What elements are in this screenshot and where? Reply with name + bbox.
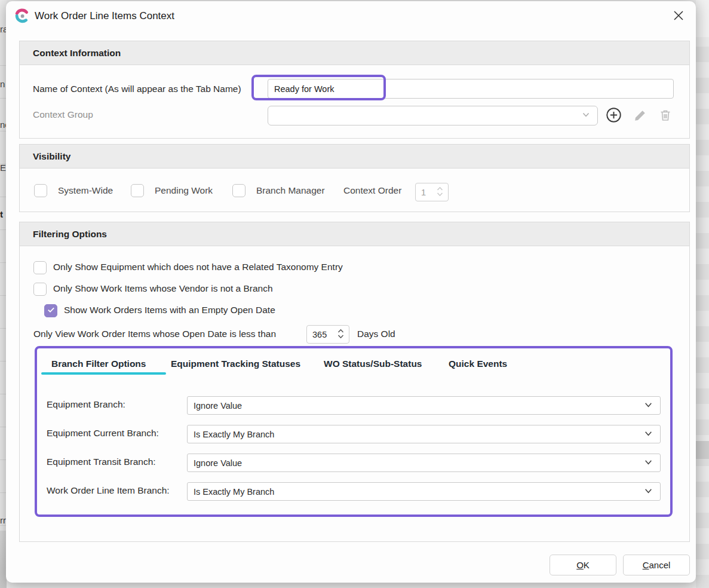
- close-button[interactable]: [668, 6, 689, 27]
- background-right-selected-row: [696, 441, 709, 459]
- active-tab-underline: [41, 372, 166, 375]
- work-order-line-item-branch-dropdown[interactable]: Is Exactly My Branch: [187, 482, 661, 501]
- days-old-prefix-label: Only View Work Order Items whose Open Da…: [33, 329, 276, 339]
- ok-button-text: K: [584, 560, 590, 570]
- filtering-options-group: Filtering Options Only Show Equipment wh…: [19, 222, 690, 542]
- equipment-branch-dropdown[interactable]: Ignore Value: [187, 396, 661, 415]
- ok-button-accesskey: O: [576, 560, 584, 570]
- background-right-top: [696, 0, 709, 37]
- no-taxonomy-checkbox[interactable]: [33, 261, 47, 274]
- tab-quick-events[interactable]: Quick Events: [449, 359, 507, 369]
- dialog-title: Work Order Line Items Context: [35, 10, 174, 22]
- branch-manager-label: Branch Manager: [256, 185, 325, 196]
- chevron-down-icon: [644, 458, 653, 468]
- context-order-label: Context Order: [343, 185, 401, 196]
- empty-open-date-checkbox[interactable]: [44, 304, 57, 317]
- vendor-not-branch-checkbox[interactable]: [33, 283, 47, 296]
- chevron-down-icon: [582, 111, 590, 121]
- checkmark-icon: [47, 305, 56, 317]
- equipment-branch-value: Ignore Value: [194, 401, 242, 411]
- background-right-strip: [696, 0, 709, 588]
- trash-icon: [658, 108, 673, 125]
- system-wide-checkbox[interactable]: [34, 184, 47, 197]
- equipment-current-branch-dropdown[interactable]: Is Exactly My Branch: [187, 425, 661, 443]
- cancel-button[interactable]: Cancel: [623, 555, 690, 575]
- no-taxonomy-label: Only Show Equipment which does not have …: [53, 262, 343, 272]
- empty-open-date-label: Show Work Orders Items with an Empty Ope…: [64, 305, 275, 316]
- filtering-options-header: Filtering Options: [20, 222, 689, 246]
- work-order-line-item-branch-label: Work Order Line Item Branch:: [47, 485, 170, 496]
- context-name-input[interactable]: [268, 79, 674, 99]
- system-wide-label: System-Wide: [58, 185, 113, 196]
- plus-circle-icon: [606, 107, 622, 125]
- app-logo-icon: [14, 8, 30, 24]
- context-order-stepper[interactable]: 1: [415, 183, 449, 201]
- tab-wo-status-sub-status[interactable]: WO Status/Sub-Status: [324, 359, 422, 369]
- work-order-line-item-branch-value: Is Exactly My Branch: [194, 487, 274, 497]
- pencil-icon: [633, 109, 647, 125]
- pending-work-label: Pending Work: [155, 185, 213, 196]
- work-order-context-dialog: Work Order Line Items Context Context In…: [6, 1, 696, 583]
- up-down-chevrons-icon: [437, 186, 443, 199]
- context-group-dropdown[interactable]: [268, 106, 598, 125]
- equipment-transit-branch-label: Equipment Transit Branch:: [47, 457, 156, 467]
- equipment-current-branch-value: Is Exactly My Branch: [194, 430, 274, 439]
- edit-group-button[interactable]: [631, 108, 648, 125]
- equipment-transit-branch-value: Ignore Value: [194, 458, 242, 468]
- add-group-button[interactable]: [605, 108, 622, 124]
- cancel-button-text: ancel: [649, 560, 670, 570]
- chevron-down-icon: [644, 429, 653, 440]
- visibility-group: Visibility System-Wide Pending Work Bran…: [19, 144, 690, 212]
- equipment-transit-branch-dropdown[interactable]: Ignore Value: [187, 454, 661, 472]
- pending-work-checkbox[interactable]: [131, 184, 144, 197]
- close-icon: [672, 9, 685, 24]
- days-old-stepper[interactable]: 365: [306, 325, 349, 344]
- ok-button[interactable]: OK: [550, 555, 616, 575]
- context-information-header: Context Information: [20, 41, 689, 65]
- tab-branch-filter-options[interactable]: Branch Filter Options: [51, 359, 146, 369]
- screen: ra n ne E t rr Work Order Line Items Con…: [0, 0, 709, 588]
- context-information-group: Context Information Name of Context (As …: [19, 41, 690, 139]
- visibility-header: Visibility: [20, 145, 689, 169]
- branch-manager-checkbox[interactable]: [232, 184, 245, 197]
- equipment-current-branch-label: Equipment Current Branch:: [47, 428, 159, 439]
- cancel-button-accesskey: C: [643, 560, 649, 570]
- name-of-context-label: Name of Context (As will appear as the T…: [33, 84, 241, 94]
- vendor-not-branch-label: Only Show Work Items whose Vendor is not…: [53, 283, 273, 294]
- delete-group-button[interactable]: [657, 108, 674, 125]
- days-old-value: 365: [312, 330, 327, 339]
- tab-equipment-tracking-statuses[interactable]: Equipment Tracking Statuses: [171, 359, 300, 369]
- chevron-down-icon: [644, 400, 653, 411]
- context-group-label: Context Group: [33, 109, 93, 120]
- days-old-suffix-label: Days Old: [357, 329, 395, 339]
- chevron-down-icon: [644, 486, 653, 497]
- up-down-chevrons-icon: [337, 328, 344, 341]
- context-order-value: 1: [421, 188, 426, 197]
- equipment-branch-label: Equipment Branch:: [47, 399, 125, 410]
